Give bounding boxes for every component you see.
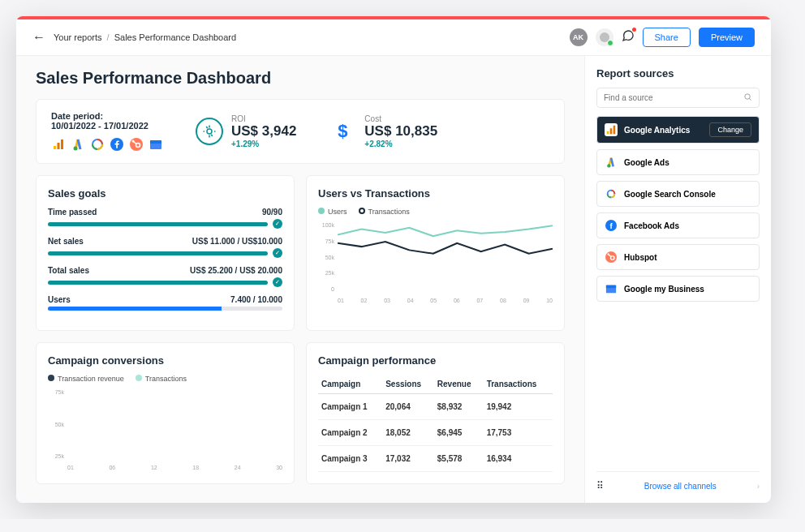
campaign-performance-card: Campaign performance CampaignSessionsRev… <box>306 342 565 484</box>
date-period: Date period: 10/01/2022 - 17/01/2022 <box>51 111 163 152</box>
svg-point-25 <box>607 253 609 255</box>
goal-row: Users7.400 / 10.000 <box>48 295 282 311</box>
svg-rect-16 <box>610 128 613 134</box>
svg-point-3 <box>74 147 78 151</box>
cost-metric: $ Cost US$ 10,835 +2.82% <box>329 114 437 148</box>
svg-rect-2 <box>61 139 63 149</box>
source-icons-row <box>51 137 163 152</box>
svg-rect-11 <box>150 140 161 144</box>
source-item[interactable]: Google Ads <box>596 149 760 175</box>
revenue-legend-dot <box>48 375 54 381</box>
avatar-user-icon[interactable] <box>596 28 613 46</box>
google-my-business-icon <box>149 137 163 152</box>
search-icon <box>743 92 752 103</box>
roi-metric: ROI US$ 3,942 +1.29% <box>196 114 296 148</box>
hubspot-icon <box>129 137 144 152</box>
check-icon: ✓ <box>273 277 282 287</box>
svg-point-12 <box>207 129 212 134</box>
performance-table: CampaignSessionsRevenueTransactions Camp… <box>318 375 553 472</box>
facebook-icon <box>110 137 124 152</box>
source-search-input[interactable] <box>604 93 743 102</box>
dollar-icon: $ <box>329 118 356 145</box>
trans-legend-dot <box>136 375 142 381</box>
source-item[interactable]: Google Analytics Change <box>596 116 760 144</box>
source-item[interactable]: Google my Business <box>596 276 760 302</box>
users-legend-dot <box>318 208 325 214</box>
sidebar: Report sources Google Analytics Change G… <box>584 56 771 503</box>
source-icon <box>605 251 618 264</box>
page-title: Sales Performance Dashboard <box>36 69 565 88</box>
sidebar-title: Report sources <box>596 67 760 79</box>
google-icon <box>90 137 105 152</box>
avatar-ak[interactable]: AK <box>570 28 588 46</box>
table-row: Campaign 218,052$6,94517,753 <box>318 420 553 446</box>
goal-row: Net salesUS$ 11.000 / US$10.000 ✓ <box>48 237 282 258</box>
campaign-conversions-card: Campaign conversions Transaction revenue… <box>36 342 295 484</box>
source-search[interactable] <box>596 88 760 108</box>
source-item[interactable]: Google Search Console <box>596 181 760 207</box>
overview-card: Date period: 10/01/2022 - 17/01/2022 <box>36 99 565 164</box>
svg-rect-15 <box>607 131 609 135</box>
source-icon: f <box>605 219 618 232</box>
table-row: Campaign 317,032$5,57816,934 <box>318 446 553 472</box>
svg-rect-0 <box>54 146 56 149</box>
chevron-right-icon: › <box>757 482 760 491</box>
transactions-legend-dot <box>359 208 365 214</box>
goal-row: Time passed90/90 ✓ <box>48 208 282 229</box>
browse-channels[interactable]: ⠿ Browse all channels › <box>596 471 760 491</box>
comments-icon[interactable] <box>622 29 635 45</box>
source-item[interactable]: f Facebook Ads <box>596 212 760 238</box>
svg-point-18 <box>607 164 610 167</box>
conversions-chart: 75k50k25k 010612182430 <box>48 389 282 470</box>
back-arrow-icon[interactable]: ← <box>32 30 45 45</box>
roi-icon <box>196 118 223 145</box>
main-content: Sales Performance Dashboard Date period:… <box>16 56 584 503</box>
check-icon: ✓ <box>273 219 282 229</box>
goal-row: Total salesUS$ 25.200 / US$ 20.000 ✓ <box>48 266 282 287</box>
source-icon <box>605 156 618 169</box>
source-icon <box>605 123 618 136</box>
header: ← Your reports / Sales Performance Dashb… <box>16 19 771 56</box>
svg-rect-27 <box>606 285 616 289</box>
svg-point-9 <box>132 140 135 143</box>
breadcrumb-root[interactable]: Your reports <box>54 32 102 42</box>
preview-button[interactable]: Preview <box>699 28 755 47</box>
grid-icon: ⠿ <box>596 480 604 491</box>
source-icon <box>605 282 618 295</box>
sales-goals-card: Sales goals Time passed90/90 ✓Net salesU… <box>36 175 295 331</box>
breadcrumb[interactable]: Your reports / Sales Performance Dashboa… <box>54 32 562 42</box>
table-row: Campaign 120,064$8,93219,942 <box>318 394 553 420</box>
users-chart: 100k75k50k25k0 01020304050607080910 <box>318 222 553 303</box>
breadcrumb-page[interactable]: Sales Performance Dashboard <box>114 32 236 42</box>
svg-line-14 <box>749 98 751 100</box>
change-button[interactable]: Change <box>709 122 751 137</box>
svg-point-13 <box>745 94 750 99</box>
source-icon <box>605 187 618 200</box>
svg-rect-17 <box>613 126 616 135</box>
share-button[interactable]: Share <box>643 28 691 47</box>
check-icon: ✓ <box>273 248 282 258</box>
google-ads-icon <box>71 137 85 152</box>
svg-rect-1 <box>58 143 60 149</box>
google-analytics-icon <box>51 137 66 152</box>
users-transactions-card: Users vs Transactions Users Transactions… <box>306 175 565 331</box>
source-item[interactable]: Hubspot <box>596 244 760 270</box>
